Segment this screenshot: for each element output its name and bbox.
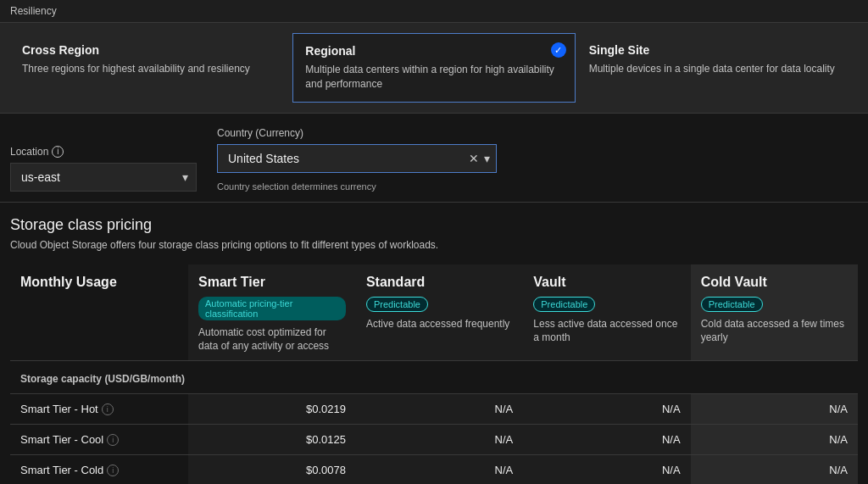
col-header-standard: Standard Predictable Active data accesse… [356,264,523,361]
row-smart-cool-standard: N/A [356,425,523,455]
location-select[interactable]: us-east us-south eu-gb eu-de ap-tok ap-s… [10,163,197,192]
row-info-icon[interactable]: i [102,403,114,415]
standard-desc: Active data accessed frequently [366,317,513,331]
col-cold-name: Cold Vault [701,275,848,290]
pricing-table: Monthly Usage Smart Tier Automatic prici… [10,264,858,484]
country-clear-icon[interactable]: ✕ [469,152,479,165]
smart-desc: Automatic cost optimized for data of any… [198,325,346,354]
row-smart-hot-standard: N/A [356,394,523,425]
card-cross-region[interactable]: Cross Region Three regions for highest a… [10,33,291,103]
row-label-smart-hot: Smart Tier - Hot i [10,394,188,425]
table-row: Smart Tier - Hot i $0.0219 N/A N/A N/A [10,394,858,425]
row-smart-hot-cold: N/A [691,394,858,425]
resiliency-header: Resiliency [0,0,868,23]
row-info-icon[interactable]: i [107,465,119,476]
row-smart-cool-vault: N/A [523,425,690,455]
row-label-text: Smart Tier - Hot [20,403,98,415]
vault-desc: Less active data accessed once a month [533,317,680,346]
card-regional[interactable]: ✓ Regional Multiple data centers within … [292,33,575,103]
section-header-row: Storage capacity (USD/GB/month) [10,361,858,394]
location-label: Location i [10,146,197,158]
row-info-icon[interactable]: i [107,434,119,446]
row-smart-cold-cold: N/A [691,455,858,484]
standard-badge: Predictable [366,297,428,312]
col-header-cold: Cold Vault Predictable Cold data accesse… [691,264,858,361]
row-smart-cold-vault: N/A [523,455,690,484]
location-group: Location i us-east us-south eu-gb eu-de … [10,146,197,192]
card-single-site[interactable]: Single Site Multiple devices in a single… [577,33,858,103]
row-smart-cold-standard: N/A [356,455,523,484]
monthly-usage-label: Monthly Usage [20,275,178,290]
pricing-title: Storage class pricing [10,216,858,234]
col-header-smart: Smart Tier Automatic pricing-tier classi… [188,264,356,361]
cold-badge: Predictable [701,297,763,312]
country-input-wrapper: ✕ ▾ [217,144,497,173]
country-chevron-icon[interactable]: ▾ [484,152,490,165]
vault-badge: Predictable [533,297,595,312]
country-label-text: Country (Currency) [217,127,303,139]
location-select-wrapper: us-east us-south eu-gb eu-de ap-tok ap-s… [10,163,197,192]
card-cross-region-desc: Three regions for highest availability a… [22,62,279,76]
col-vault-name: Vault [533,275,680,290]
country-input-icons: ✕ ▾ [469,152,490,165]
row-smart-cool-cold: N/A [691,425,858,455]
selectors-row: Location i us-east us-south eu-gb eu-de … [0,114,868,203]
col-header-vault: Vault Predictable Less active data acces… [523,264,690,361]
storage-capacity-header: Storage capacity (USD/GB/month) [10,361,858,394]
card-single-site-title: Single Site [589,43,846,57]
pricing-desc: Cloud Object Storage offers four storage… [10,239,858,251]
country-label: Country (Currency) [217,127,497,139]
cold-desc: Cold data accessed a few times yearly [701,317,848,346]
row-label-smart-cool: Smart Tier - Cool i [10,425,188,455]
row-smart-cool-smart: $0.0125 [188,425,356,455]
resiliency-cards: Cross Region Three regions for highest a… [0,23,868,114]
resiliency-title: Resiliency [10,5,57,17]
col-smart-name: Smart Tier [198,275,346,290]
card-cross-region-title: Cross Region [22,43,279,57]
table-row: Smart Tier - Cold i $0.0078 N/A N/A N/A [10,455,858,484]
card-regional-desc: Multiple data centers within a region fo… [305,63,562,92]
pricing-section: Storage class pricing Cloud Object Stora… [0,203,868,484]
smart-badge: Automatic pricing-tier classification [198,297,346,320]
card-regional-title: Regional [305,44,562,58]
location-label-text: Location [10,146,48,158]
col-header-label: Monthly Usage [10,264,188,361]
card-single-site-desc: Multiple devices in a single data center… [589,62,846,76]
col-standard-name: Standard [366,275,513,290]
selected-check-icon: ✓ [551,42,566,58]
row-smart-cold-smart: $0.0078 [188,455,356,484]
location-info-icon[interactable]: i [52,146,64,158]
country-hint: Country selection determines currency [217,181,497,192]
row-label-text: Smart Tier - Cold [20,464,103,476]
row-smart-hot-smart: $0.0219 [188,394,356,425]
row-label-text: Smart Tier - Cool [20,433,103,446]
row-smart-hot-vault: N/A [523,394,690,425]
country-input[interactable] [217,144,497,173]
row-label-smart-cold: Smart Tier - Cold i [10,455,188,484]
table-row: Smart Tier - Cool i $0.0125 N/A N/A N/A [10,425,858,455]
country-group: Country (Currency) ✕ ▾ Country selection… [217,127,497,192]
